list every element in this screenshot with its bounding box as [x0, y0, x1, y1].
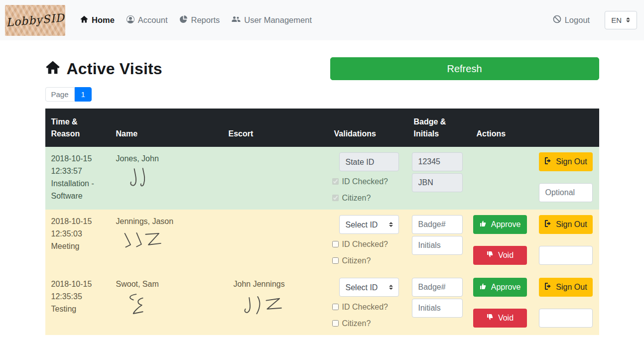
- id-checked-label: ID Checked?: [332, 301, 405, 313]
- visit-date: 2018-10-15: [51, 278, 104, 290]
- visit-reason: Testing: [51, 303, 104, 315]
- sign-out-button[interactable]: Sign Out: [539, 278, 593, 297]
- id-checked-checkbox: [332, 178, 339, 185]
- void-button[interactable]: Void: [473, 246, 527, 265]
- badge-input[interactable]: [412, 215, 463, 234]
- note-input[interactable]: [539, 183, 593, 202]
- escort-cell: [223, 210, 328, 272]
- note-input[interactable]: [539, 246, 593, 265]
- id-checked-checkbox[interactable]: [332, 241, 339, 247]
- page-label-button[interactable]: Page: [45, 87, 75, 102]
- nav-item-reports[interactable]: Reports: [175, 11, 224, 29]
- actions-cell: Approve Void Sign Out: [471, 272, 599, 335]
- refresh-button[interactable]: Refresh: [330, 57, 599, 80]
- pie-chart-icon: [179, 15, 187, 25]
- name-cell: Jennings, Jason: [110, 210, 223, 272]
- actions-cell: Approve Void Sign Out: [471, 147, 599, 210]
- id-type-select: State ID: [339, 152, 399, 171]
- time-reason-cell: 2018-10-15 12:33:57 Installation - Softw…: [45, 147, 110, 210]
- visitor-name: Swoot, Sam: [116, 280, 159, 288]
- visit-time: 12:35:35: [51, 290, 104, 303]
- void-button[interactable]: Void: [473, 309, 527, 328]
- id-checked-label: ID Checked?: [332, 238, 405, 250]
- active-visits-table: Time & Reason Name Escort Validations Ba…: [45, 109, 599, 335]
- id-type-value: Select ID: [346, 219, 378, 231]
- col-header-name: Name: [110, 109, 223, 147]
- actions-cell: Approve Void Sign Out: [471, 210, 599, 272]
- page-number-button[interactable]: 1: [75, 87, 92, 102]
- visit-reason: Meeting: [51, 240, 104, 252]
- logo-text: LobbySID: [5, 11, 65, 29]
- sign-out-button[interactable]: Sign Out: [539, 152, 593, 171]
- sign-out-icon: [544, 220, 552, 229]
- visit-time: 12:33:57: [51, 165, 104, 177]
- col-header-validations: Validations: [328, 109, 408, 147]
- sign-out-icon: [544, 282, 552, 292]
- nav-item-label: Account: [138, 15, 168, 25]
- initials-input[interactable]: [412, 236, 463, 255]
- validations-cell: Select ID ID Checked? Citizen?: [328, 272, 408, 335]
- people-icon: [232, 15, 241, 25]
- id-checked-label: ID Checked?: [332, 175, 405, 188]
- nav-item-home[interactable]: Home: [76, 11, 119, 29]
- badge-initials-cell: [408, 147, 471, 210]
- validations-cell: Select ID ID Checked? Citizen?: [328, 210, 408, 272]
- citizen-checkbox[interactable]: [332, 320, 339, 327]
- citizen-checkbox: [332, 195, 339, 201]
- navbar: LobbySID Home Account Reports User Manag…: [0, 0, 644, 40]
- citizen-checkbox[interactable]: [332, 257, 339, 264]
- citizen-label: Citizen?: [332, 317, 405, 330]
- id-type-select[interactable]: Select ID: [339, 278, 399, 297]
- badge-input[interactable]: [412, 278, 463, 297]
- initials-input[interactable]: [412, 299, 463, 318]
- escort-name: John Jennings: [234, 280, 285, 288]
- table-row: 2018-10-15 12:35:35 Testing Swoot, Sam J…: [45, 272, 599, 335]
- updown-caret-icon: [388, 219, 393, 231]
- citizen-label: Citizen?: [332, 192, 405, 204]
- thumbs-up-icon: [479, 220, 487, 229]
- language-select[interactable]: EN: [605, 11, 637, 29]
- col-header-actions: Actions: [471, 109, 599, 147]
- nav-item-label: Home: [92, 15, 115, 25]
- id-type-value: State ID: [346, 156, 375, 168]
- sign-out-button[interactable]: Sign Out: [539, 215, 593, 234]
- col-header-escort: Escort: [223, 109, 328, 147]
- escort-signature: [243, 292, 290, 320]
- thumbs-down-icon: [486, 250, 494, 260]
- person-circle-icon: [127, 15, 134, 25]
- visit-date: 2018-10-15: [51, 215, 104, 227]
- main-nav: Home Account Reports User Management: [76, 11, 316, 29]
- id-type-value: Select ID: [346, 281, 378, 294]
- validations-cell: State ID ID Checked? Citizen?: [328, 147, 408, 210]
- table-row: 2018-10-15 12:33:57 Installation - Softw…: [45, 147, 599, 210]
- nav-item-account[interactable]: Account: [123, 11, 172, 29]
- approve-button[interactable]: Approve: [473, 215, 527, 234]
- visit-reason: Installation - Software: [51, 177, 104, 202]
- badge-initials-cell: [408, 272, 471, 335]
- visit-time: 12:35:03: [51, 227, 104, 240]
- nav-item-user-management[interactable]: User Management: [228, 11, 316, 29]
- navbar-right: Logout EN: [549, 11, 637, 29]
- id-checked-checkbox[interactable]: [332, 304, 339, 310]
- approve-button[interactable]: Approve: [473, 278, 527, 297]
- logout-label: Logout: [565, 15, 590, 25]
- name-cell: Swoot, Sam: [110, 272, 223, 335]
- col-header-time-reason: Time & Reason: [45, 109, 110, 147]
- pagination: Page 1: [45, 87, 92, 102]
- updown-caret-icon: [626, 16, 631, 24]
- table-row: 2018-10-15 12:35:03 Meeting Jennings, Ja…: [45, 210, 599, 272]
- logout-link[interactable]: Logout: [549, 11, 594, 29]
- thumbs-up-icon: [479, 282, 487, 292]
- citizen-label: Citizen?: [332, 254, 405, 267]
- logo[interactable]: LobbySID: [5, 5, 65, 36]
- home-icon: [80, 15, 88, 25]
- visitor-name: Jones, John: [116, 154, 159, 163]
- visitor-signature: [121, 167, 168, 192]
- escort-cell: [223, 147, 328, 210]
- time-reason-cell: 2018-10-15 12:35:03 Meeting: [45, 210, 110, 272]
- home-icon: [45, 60, 60, 77]
- updown-caret-icon: [388, 281, 393, 294]
- id-type-select[interactable]: Select ID: [339, 215, 399, 234]
- visit-date: 2018-10-15: [51, 152, 104, 165]
- note-input[interactable]: [539, 309, 593, 328]
